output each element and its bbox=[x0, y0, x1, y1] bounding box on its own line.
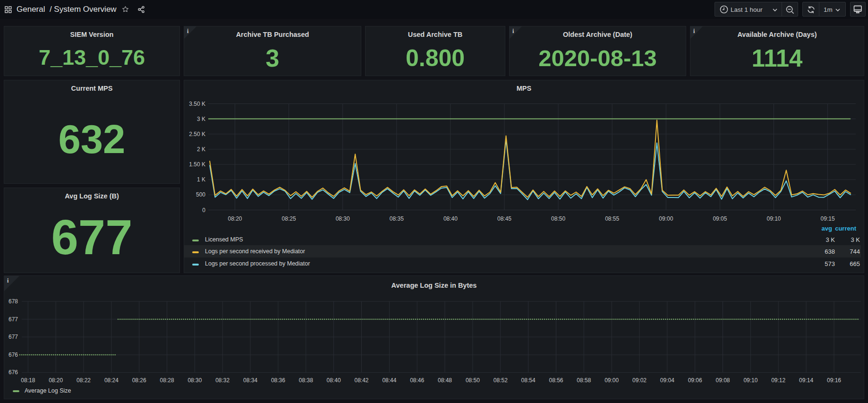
svg-text:08:46: 08:46 bbox=[410, 377, 424, 384]
svg-text:09:16: 09:16 bbox=[827, 377, 841, 384]
svg-text:09:08: 09:08 bbox=[715, 377, 730, 384]
svg-text:08:25: 08:25 bbox=[282, 215, 296, 222]
svg-text:09:14: 09:14 bbox=[799, 377, 813, 384]
svg-text:09:00: 09:00 bbox=[659, 215, 673, 222]
svg-text:08:40: 08:40 bbox=[327, 377, 341, 384]
svg-text:3.50 K: 3.50 K bbox=[189, 101, 205, 107]
svg-text:09:00: 09:00 bbox=[604, 377, 619, 384]
svg-text:676: 676 bbox=[9, 352, 18, 358]
svg-text:678: 678 bbox=[9, 298, 18, 305]
svg-text:08:50: 08:50 bbox=[551, 215, 565, 222]
svg-text:09:15: 09:15 bbox=[821, 215, 835, 222]
svg-text:08:52: 08:52 bbox=[494, 377, 508, 384]
svg-text:08:28: 08:28 bbox=[160, 377, 174, 384]
svg-text:08:36: 08:36 bbox=[271, 377, 285, 384]
svg-text:08:58: 08:58 bbox=[577, 377, 591, 384]
svg-text:08:38: 08:38 bbox=[299, 377, 313, 384]
svg-text:08:34: 08:34 bbox=[243, 377, 257, 384]
svg-text:09:04: 09:04 bbox=[660, 377, 674, 384]
svg-text:09:10: 09:10 bbox=[743, 377, 757, 384]
svg-text:08:30: 08:30 bbox=[336, 215, 350, 222]
svg-text:09:10: 09:10 bbox=[766, 215, 781, 222]
svg-text:08:50: 08:50 bbox=[466, 377, 480, 384]
svg-text:677: 677 bbox=[9, 316, 18, 323]
svg-text:09:02: 09:02 bbox=[632, 377, 647, 384]
svg-text:0: 0 bbox=[202, 207, 205, 214]
svg-text:08:35: 08:35 bbox=[390, 215, 404, 222]
svg-text:08:20: 08:20 bbox=[49, 377, 63, 384]
svg-text:1 K: 1 K bbox=[197, 176, 205, 183]
svg-text:677: 677 bbox=[9, 334, 18, 340]
svg-text:09:12: 09:12 bbox=[771, 377, 785, 384]
svg-text:08:45: 08:45 bbox=[497, 215, 511, 222]
svg-text:500: 500 bbox=[196, 191, 205, 198]
svg-text:08:54: 08:54 bbox=[521, 377, 536, 384]
svg-text:08:48: 08:48 bbox=[438, 377, 452, 384]
svg-text:1.50 K: 1.50 K bbox=[189, 161, 205, 168]
svg-text:09:05: 09:05 bbox=[713, 215, 727, 222]
svg-text:09:06: 09:06 bbox=[688, 377, 702, 384]
svg-text:08:20: 08:20 bbox=[228, 215, 242, 222]
svg-text:08:40: 08:40 bbox=[443, 215, 458, 222]
svg-text:08:24: 08:24 bbox=[104, 377, 119, 384]
svg-text:08:22: 08:22 bbox=[77, 377, 91, 384]
svg-text:08:30: 08:30 bbox=[187, 377, 202, 384]
svg-text:08:42: 08:42 bbox=[354, 377, 368, 384]
svg-text:2.50 K: 2.50 K bbox=[189, 131, 205, 137]
svg-text:08:56: 08:56 bbox=[549, 377, 563, 384]
svg-text:2 K: 2 K bbox=[197, 146, 205, 153]
svg-text:08:44: 08:44 bbox=[382, 377, 396, 384]
svg-text:676: 676 bbox=[9, 369, 18, 376]
svg-text:08:26: 08:26 bbox=[132, 377, 146, 384]
svg-text:08:32: 08:32 bbox=[215, 377, 230, 384]
svg-text:3 K: 3 K bbox=[197, 116, 205, 122]
svg-text:08:55: 08:55 bbox=[605, 215, 619, 222]
svg-text:08:18: 08:18 bbox=[21, 377, 35, 384]
